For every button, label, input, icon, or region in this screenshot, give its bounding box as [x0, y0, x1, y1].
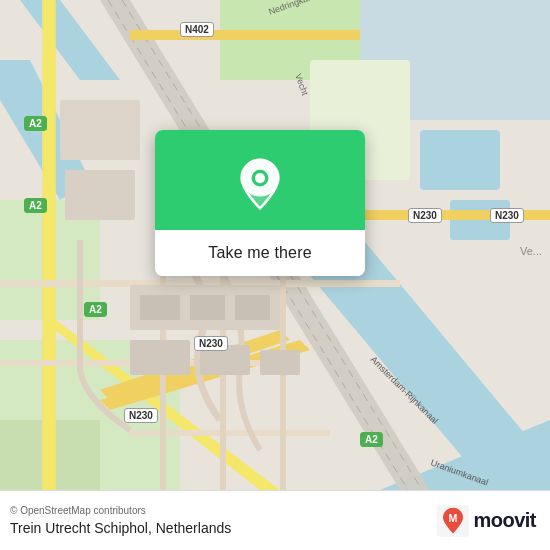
- svg-rect-38: [65, 170, 135, 220]
- svg-rect-31: [140, 295, 180, 320]
- road-badge-a2-4: A2: [360, 432, 383, 447]
- road-badge-n230-1: N230: [408, 208, 442, 223]
- bottom-left: © OpenStreetMap contributors Trein Utrec…: [10, 505, 231, 536]
- map-area: Nedringkanaal Vecht Amsterdam-Rijnkanaal…: [0, 0, 550, 490]
- moovit-brand-icon: M: [437, 505, 469, 537]
- popup-green-header: [155, 130, 365, 230]
- copyright-text: © OpenStreetMap contributors: [10, 505, 231, 516]
- svg-text:M: M: [449, 511, 458, 523]
- svg-rect-32: [190, 295, 225, 320]
- road-badge-a2-3: A2: [84, 302, 107, 317]
- svg-rect-37: [60, 100, 140, 160]
- road-badge-n230-2: N230: [490, 208, 524, 223]
- road-badge-n230-4: N230: [124, 408, 158, 423]
- svg-rect-18: [44, 0, 54, 490]
- svg-rect-36: [260, 350, 300, 375]
- popup-card: Take me there: [155, 130, 365, 276]
- svg-rect-20: [130, 30, 360, 40]
- svg-point-46: [255, 173, 265, 183]
- location-pin-icon: [234, 158, 286, 210]
- location-name: Trein Utrecht Schiphol, Netherlands: [10, 520, 231, 536]
- svg-rect-33: [235, 295, 270, 320]
- road-badge-n230-3: N230: [194, 336, 228, 351]
- svg-rect-5: [420, 130, 500, 190]
- moovit-brand-text: moovit: [473, 509, 536, 532]
- road-badge-a2-2: A2: [24, 198, 47, 213]
- moovit-logo: M moovit: [437, 505, 536, 537]
- take-me-there-button[interactable]: Take me there: [155, 230, 365, 276]
- road-badge-a2-1: A2: [24, 116, 47, 131]
- road-badge-n402: N402: [180, 22, 214, 37]
- svg-text:Ve...: Ve...: [520, 245, 542, 257]
- svg-rect-34: [130, 340, 190, 375]
- bottom-bar: © OpenStreetMap contributors Trein Utrec…: [0, 490, 550, 550]
